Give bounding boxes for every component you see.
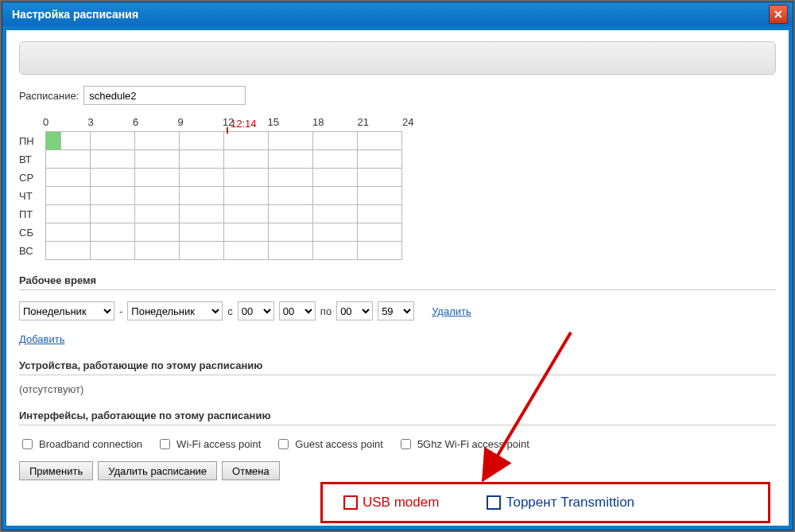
- cell-sat-7[interactable]: [358, 223, 402, 242]
- cell-fri-1[interactable]: [91, 205, 135, 223]
- cell-wed-4[interactable]: [224, 169, 269, 187]
- interface-guest[interactable]: Guest access point: [275, 437, 383, 452]
- cell-thu-7[interactable]: [358, 187, 402, 205]
- cell-thu-1[interactable]: [91, 187, 135, 205]
- apply-button[interactable]: Применить: [19, 461, 93, 480]
- close-button[interactable]: ✕: [769, 5, 788, 24]
- cell-fri-6[interactable]: [313, 205, 358, 223]
- cell-fri-3[interactable]: [180, 205, 224, 223]
- checkbox-icon[interactable]: [401, 439, 411, 449]
- cell-mon-1[interactable]: [91, 132, 135, 150]
- cell-wed-3[interactable]: [180, 169, 224, 187]
- dash: -: [119, 305, 122, 317]
- cell-fri-5[interactable]: [269, 205, 313, 223]
- cell-wed-2[interactable]: [135, 169, 180, 187]
- cell-tue-7[interactable]: [358, 150, 402, 169]
- interface-5ghz[interactable]: 5Ghz Wi-Fi access point: [398, 437, 529, 452]
- cell-sun-7[interactable]: [358, 242, 402, 260]
- checkbox-icon[interactable]: [22, 439, 33, 449]
- delete-schedule-button[interactable]: Удалить расписание: [98, 461, 217, 480]
- cell-mon-7[interactable]: [358, 132, 402, 150]
- cell-mon-5[interactable]: [269, 132, 313, 150]
- cell-mon-3[interactable]: [180, 132, 224, 150]
- checkbox-icon[interactable]: [160, 439, 170, 449]
- cell-fri-7[interactable]: [358, 205, 402, 223]
- cell-tue-3[interactable]: [180, 150, 224, 169]
- interfaces-title: Интерфейсы, работающие по этому расписан…: [19, 410, 776, 421]
- cell-tue-0[interactable]: [46, 150, 91, 169]
- cell-fri-2[interactable]: [135, 205, 180, 223]
- hour-to-select[interactable]: 00: [336, 301, 373, 320]
- hour-21: 21: [358, 116, 403, 128]
- cell-tue-6[interactable]: [313, 150, 358, 169]
- cell-thu-5[interactable]: [269, 187, 313, 205]
- hours-header: 0 3 6 9 12 15 18 21 24 12:14: [43, 116, 776, 128]
- cell-sat-4[interactable]: [224, 223, 269, 242]
- cell-sat-1[interactable]: [91, 223, 135, 242]
- divider-1: [19, 289, 776, 290]
- cell-mon-0b[interactable]: [61, 132, 91, 150]
- cell-sat-5[interactable]: [269, 223, 313, 242]
- schedule-name-row: Расписание:: [19, 86, 776, 105]
- close-icon: ✕: [774, 8, 783, 21]
- cell-sun-2[interactable]: [135, 242, 180, 260]
- min-to-select[interactable]: 59: [378, 301, 414, 320]
- cell-tue-1[interactable]: [91, 150, 135, 169]
- min-from-select[interactable]: 00: [279, 301, 316, 320]
- cell-sun-3[interactable]: [180, 242, 224, 260]
- cell-mon-6[interactable]: [313, 132, 358, 150]
- info-banner: [19, 41, 776, 75]
- cell-thu-3[interactable]: [180, 187, 224, 205]
- cell-tue-4[interactable]: [224, 150, 269, 169]
- cell-sat-2[interactable]: [135, 223, 180, 242]
- devices-none: (отсутствуют): [19, 383, 776, 395]
- cell-fri-4[interactable]: [224, 205, 269, 223]
- cell-thu-0[interactable]: [46, 187, 91, 205]
- day-to-select[interactable]: Понедельник: [127, 301, 223, 320]
- cell-sat-0[interactable]: [46, 223, 91, 242]
- hour-18: 18: [312, 116, 358, 128]
- annotation-torrent: Торрент Transmittion: [487, 495, 634, 511]
- cell-wed-5[interactable]: [269, 169, 313, 187]
- schedule-name-input[interactable]: [83, 86, 246, 105]
- window-title: Настройка расписания: [12, 8, 769, 21]
- cell-mon-2[interactable]: [135, 132, 180, 150]
- cell-mon-0[interactable]: [46, 132, 61, 150]
- cell-wed-6[interactable]: [313, 169, 358, 187]
- cell-sun-1[interactable]: [91, 242, 135, 260]
- add-time-link[interactable]: Добавить: [19, 333, 64, 345]
- day-from-select[interactable]: Понедельник: [19, 301, 114, 320]
- current-time-tick: [227, 127, 228, 134]
- day-fri: ПТ: [19, 205, 46, 223]
- interface-wifi[interactable]: Wi-Fi access point: [157, 437, 261, 452]
- cell-wed-1[interactable]: [91, 169, 135, 187]
- cancel-button[interactable]: Отмена: [222, 461, 280, 480]
- delete-time-link[interactable]: Удалить: [432, 305, 471, 317]
- cell-wed-0[interactable]: [46, 169, 91, 187]
- checkbox-icon[interactable]: [278, 439, 289, 449]
- cell-thu-4[interactable]: [224, 187, 269, 205]
- work-time-title: Рабочее время: [19, 274, 776, 286]
- hour-24: 24: [402, 116, 448, 128]
- cell-sun-4[interactable]: [224, 242, 269, 260]
- cell-wed-7[interactable]: [358, 169, 402, 187]
- devices-title: Устройства, работающие по этому расписан…: [19, 359, 776, 371]
- schedule-label: Расписание:: [19, 90, 79, 102]
- cell-tue-5[interactable]: [269, 150, 313, 169]
- svg-line-0: [483, 332, 571, 480]
- cell-mon-4[interactable]: [224, 132, 269, 150]
- cell-sun-5[interactable]: [269, 242, 313, 260]
- cell-tue-2[interactable]: [135, 150, 180, 169]
- cell-sat-6[interactable]: [313, 223, 358, 242]
- cell-thu-2[interactable]: [135, 187, 180, 205]
- cell-sun-6[interactable]: [313, 242, 358, 260]
- cell-thu-6[interactable]: [313, 187, 358, 205]
- cell-sun-0[interactable]: [46, 242, 91, 260]
- hour-9: 9: [178, 116, 223, 128]
- interface-broadband[interactable]: Broadband connection: [19, 437, 142, 452]
- day-mon: ПН: [19, 132, 46, 150]
- hour-3: 3: [88, 116, 134, 128]
- cell-sat-3[interactable]: [180, 223, 224, 242]
- hour-from-select[interactable]: 00: [238, 301, 274, 320]
- cell-fri-0[interactable]: [46, 205, 91, 223]
